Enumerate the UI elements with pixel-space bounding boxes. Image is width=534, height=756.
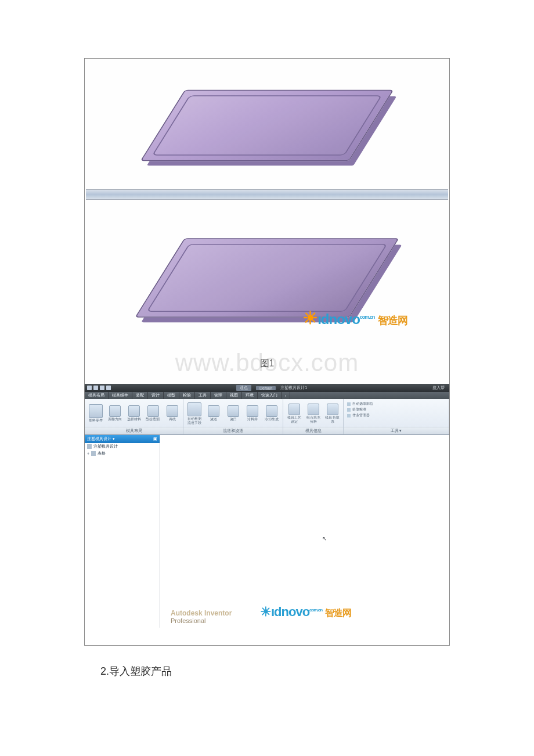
appearance-dropdown[interactable]: 通色	[236, 385, 251, 391]
tool-row-3[interactable]: 作业管理器	[347, 413, 445, 418]
tab-guanli[interactable]: 管理	[211, 392, 226, 399]
tab-sheji[interactable]: 设计	[148, 392, 164, 399]
tab-huanjing[interactable]: 环境	[242, 392, 258, 399]
btn-mold-pick[interactable]: 模具 拾取系	[324, 404, 341, 423]
autodesk-logo: Autodesk Inventor Professional	[171, 609, 232, 624]
tab-kuaisu[interactable]: 快速入门	[258, 392, 282, 399]
btn-gate[interactable]: 浇道	[205, 405, 222, 422]
btn-coldslug[interactable]: 冷料井	[244, 405, 261, 422]
tab-extra[interactable]: ▫	[282, 392, 290, 399]
tab-moju-buju[interactable]: 模具布局	[85, 392, 109, 399]
app-menu-icon[interactable]	[87, 386, 92, 390]
browser-row-table[interactable]: + 表格	[85, 450, 160, 457]
titlebar-center: 通色 Default 注塑模具设计1	[113, 385, 430, 391]
ribbon-tabstrip: 模具布局 模具维件 装配 设计 模型 检验 工具 管理 视图 环境 快速入门 ▫	[85, 392, 449, 399]
btn-auto-runner[interactable]: 目动检测流道手段	[186, 402, 203, 424]
tool-row-1[interactable]: 自动选取部位	[347, 401, 445, 406]
browser-title[interactable]: 注塑模具设计 ▾▣	[85, 435, 160, 443]
idnovo-watermark-2: ☀ıdnovocom.cn 智造网	[260, 604, 351, 620]
btn-core-cavity[interactable]: 型芯/型腔	[145, 405, 161, 422]
btn-adjust-orient[interactable]: 调整方向	[106, 405, 123, 422]
folder-icon	[91, 451, 96, 456]
btn-select-mat[interactable]: 选择材料	[125, 405, 142, 422]
btn-sprue[interactable]: 浇口	[225, 405, 241, 422]
ribbon-group-info: 模具工艺 设定 组合填充分析 模具 拾取系 模具信息	[283, 399, 344, 434]
ribbon-group-runner: 目动检测流道手段 浇道 浇口 冷料井 冷却生成 流道和浇道	[183, 399, 283, 434]
tab-moju-weijian[interactable]: 模具维件	[109, 392, 132, 399]
figure-1-caption: 图1	[85, 358, 449, 370]
browser-row-root[interactable]: 注塑模具设计	[85, 443, 160, 450]
mold-render-top	[85, 59, 449, 192]
tab-moxing[interactable]: 模型	[164, 392, 179, 399]
btn-proc-set[interactable]: 模具工艺 设定	[286, 404, 302, 423]
tab-shitu[interactable]: 视图	[226, 392, 242, 399]
ribbon-group-layout: 塑料零件 调整方向 选择材料 型芯/型腔 再统 模具布局	[85, 399, 183, 434]
graphics-canvas[interactable]: ↖ Autodesk Inventor Professional ☀ıdnovo…	[160, 435, 449, 628]
ribbon: 塑料零件 调整方向 选择材料 型芯/型腔 再统 模具布局 目动检测流道手段 浇道…	[85, 399, 449, 435]
workspace: 注塑模具设计 ▾▣ 注塑模具设计 + 表格 ↖ Autodesk	[85, 435, 449, 628]
cursor-icon: ↖	[322, 535, 327, 542]
inventor-titlebar: 通色 Default 注塑模具设计1 搜入帮	[85, 384, 449, 392]
mold-render-bottom	[85, 201, 449, 355]
figure-1-frame: ☀ıdnovocom.cn 智造网 www.bdocx.com 图1 通色 De…	[84, 58, 450, 646]
ribbon-group-label-2: 流道和浇道	[183, 427, 283, 434]
mold-design-icon	[87, 444, 92, 449]
logo-brand: ıdnovo	[317, 311, 360, 327]
idnovo-watermark: ☀ıdnovocom.cn 智造网	[302, 308, 407, 328]
ribbon-group-label-1: 模具布局	[85, 427, 183, 434]
save-icon[interactable]	[93, 386, 98, 390]
mold-plate-top	[140, 90, 394, 161]
mold-plate-bottom	[135, 238, 399, 318]
logo-domain: com.cn	[360, 314, 375, 320]
model-browser[interactable]: 注塑模具设计 ▾▣ 注塑模具设计 + 表格	[85, 435, 160, 628]
logo-sub: Professional	[171, 617, 232, 624]
ribbon-group-label-3: 模具信息	[283, 427, 343, 434]
ribbon-group-label-4: 工具 ▾	[344, 427, 449, 434]
btn-cool-gen[interactable]: 冷却生成	[264, 405, 280, 422]
figure-1-render: ☀ıdnovocom.cn 智造网 www.bdocx.com 图1	[85, 59, 449, 384]
inventor-screenshot: 通色 Default 注塑模具设计1 搜入帮 模具布局 模具维件 装配 设计 模…	[85, 384, 449, 645]
help-search[interactable]: 搜入帮	[432, 385, 445, 391]
qat-icons	[87, 386, 111, 390]
redo-icon[interactable]	[106, 386, 111, 390]
btn-recalc[interactable]: 再统	[164, 405, 181, 422]
titlebar-right: 搜入帮	[432, 385, 447, 391]
ribbon-group-tools: 自动选取部位 拾取标准 作业管理器 工具 ▾	[344, 399, 449, 434]
tab-jianyan[interactable]: 检验	[179, 392, 195, 399]
tool-row-2[interactable]: 拾取标准	[347, 407, 445, 412]
expand-icon[interactable]: +	[87, 452, 89, 456]
style-dropdown[interactable]: Default	[256, 386, 276, 390]
tab-zhuangpei[interactable]: 装配	[132, 392, 148, 399]
logo-cn: 智造网	[378, 315, 407, 326]
doc-title: 注塑模具设计1	[280, 385, 307, 391]
btn-plastic-part[interactable]: 塑料零件	[87, 404, 104, 423]
render-divider	[86, 189, 448, 200]
tab-gongju[interactable]: 工具	[195, 392, 211, 399]
browser-pin-icon[interactable]: ▣	[153, 437, 157, 441]
step-2-heading: 2.导入塑胶产品	[84, 657, 450, 678]
btn-fill-analysis[interactable]: 组合填充分析	[305, 404, 322, 423]
undo-icon[interactable]	[100, 386, 104, 390]
